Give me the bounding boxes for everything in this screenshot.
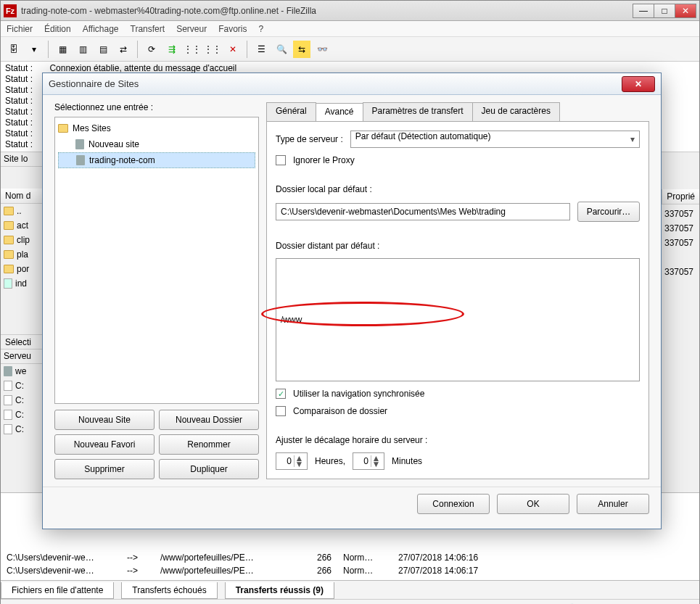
filter-icon[interactable]: ☰ [252,41,270,58]
menu-affichage[interactable]: Affichage [83,24,119,34]
local-dir-input[interactable] [276,203,570,220]
delete-button[interactable]: Supprimer [54,459,155,479]
sync-browse-icon[interactable]: 👓 [313,41,331,58]
tab-charset[interactable]: Jeu de caractères [472,102,560,121]
tab-failed[interactable]: Transferts échoués [121,582,217,599]
hours-label: Heures, [315,456,345,466]
duplicate-button[interactable]: Dupliquer [159,459,259,479]
menu-favoris[interactable]: Favoris [218,24,247,34]
file-icon [4,410,12,420]
queue-row[interactable]: C:\Users\devenir-we… --> /www/portefeuil… [1,564,699,577]
folder-icon [58,124,68,133]
list-item[interactable]: por [1,262,44,276]
list-item[interactable]: ind [1,276,44,291]
process-queue-icon[interactable]: ⇶ [163,41,181,58]
tree-entry-trading[interactable]: trading-note-com [58,152,255,168]
reconnect-icon[interactable]: ✕ [224,41,242,58]
menu-edition[interactable]: Édition [44,24,71,34]
file-icon [4,424,12,434]
minutes-label: Minutes [392,456,422,466]
sync-nav-checkbox[interactable] [276,389,286,399]
dialog-titlebar: Gestionnaire de Sites ✕ [43,73,661,95]
ignore-proxy-label: Ignorer le Proxy [293,155,355,165]
connect-button[interactable]: Connexion [417,494,490,514]
local-site-label: Site lo [1,152,44,167]
search-icon[interactable]: 🔍 [273,41,290,58]
list-item[interactable]: C: [1,422,44,437]
tab-advanced[interactable]: Avancé [316,103,363,122]
refresh-icon[interactable]: ⟳ [143,41,160,58]
dialog-close-button[interactable]: ✕ [622,76,655,92]
tab-success[interactable]: Transferts réussis (9) [225,582,334,599]
ok-button[interactable]: OK [497,494,569,514]
select-entry-label: Sélectionnez une entrée : [54,102,259,112]
remote-dir-label: Dossier distant par défaut : [276,241,640,251]
folder-icon [4,207,14,215]
cancel-button[interactable]: Annuler [577,494,649,514]
queue-tabs: Fichiers en file d'attente Transferts éc… [1,580,699,599]
disconnect-icon[interactable]: ⋮⋮ [204,41,221,58]
menubar: Fichier Édition Affichage Transfert Serv… [1,21,699,37]
list-item[interactable]: we [1,364,44,378]
server-icon [4,366,12,376]
compare-checkbox[interactable] [276,406,286,416]
list-item[interactable]: C: [1,378,44,393]
list-item[interactable]: pla [1,247,44,262]
menu-serveur[interactable]: Serveur [176,24,207,34]
tab-transfer-settings[interactable]: Paramètres de transfert [363,102,473,121]
new-folder-button[interactable]: Nouveau Dossier [159,410,259,430]
selection-label: Sélecti [1,334,44,349]
statusbar: 🔒 ◉ File d'attente : vide ● ● [1,599,699,604]
minutes-spinner[interactable]: ▲▼ [353,452,384,470]
toggle-local-icon[interactable]: ▥ [74,41,91,58]
remote-dir-input[interactable] [276,258,640,381]
list-item[interactable]: C: [1,393,44,408]
hours-spinner[interactable]: ▲▼ [276,452,308,470]
local-col-name[interactable]: Nom d [1,189,44,204]
cancel-icon[interactable]: ⋮⋮ [184,41,201,58]
maximize-button[interactable]: □ [654,4,675,18]
server-label: Serveu [1,349,44,364]
offset-label: Ajuster le décalage horaire du serveur : [276,435,640,445]
server-type-label: Type de serveur : [276,134,343,144]
server-type-combo[interactable]: Par défaut (Détection automatique) [350,131,640,148]
list-item[interactable]: .. [1,204,44,218]
list-item[interactable]: C: [1,408,44,422]
app-logo-icon: Fz [4,4,17,17]
compare-icon[interactable]: ⇆ [293,41,310,58]
ignore-proxy-checkbox[interactable] [276,155,286,165]
toggle-log-icon[interactable]: ▦ [54,41,71,58]
toolbar: 🗄 ▾ ▦ ▥ ▤ ⇄ ⟳ ⇶ ⋮⋮ ⋮⋮ ✕ ☰ 🔍 ⇆ 👓 [1,37,699,62]
menu-fichier[interactable]: Fichier [7,24,33,34]
tab-queue-files[interactable]: Fichiers en file d'attente [1,582,114,599]
site-manager-icon[interactable]: 🗄 [5,41,22,58]
menu-transfert[interactable]: Transfert [131,24,165,34]
remote-col-prop[interactable]: Proprié [662,189,699,204]
queue-row[interactable]: C:\Users\devenir-we… --> /www/portefeuil… [1,551,699,564]
new-bookmark-button[interactable]: Nouveau Favori [54,434,155,455]
local-dir-label: Dossier local par défaut : [276,184,640,194]
minimize-button[interactable]: — [633,4,654,18]
local-pane: Site lo Nom d .. act clip pla por ind Sé… [1,152,44,492]
new-site-button[interactable]: Nouveau Site [54,410,155,430]
file-icon [4,381,12,391]
rename-button[interactable]: Renommer [159,434,259,455]
list-item[interactable]: clip [1,233,44,247]
dialog-title: Gestionnaire de Sites [49,78,622,89]
toggle-queue-icon[interactable]: ⇄ [115,41,132,58]
compare-label: Comparaison de dossier [293,406,387,416]
site-manager-dialog: Gestionnaire de Sites ✕ Sélectionnez une… [42,73,662,529]
toggle-remote-icon[interactable]: ▤ [94,41,112,58]
list-item[interactable]: act [1,218,44,233]
dropdown-icon[interactable]: ▾ [25,41,43,58]
menu-help[interactable]: ? [259,24,264,34]
folder-icon [4,221,14,230]
close-button[interactable]: ✕ [675,4,696,18]
main-titlebar: Fz trading-note-com - webmaster%40tradin… [1,1,699,21]
tree-entry-new[interactable]: Nouveau site [58,136,255,152]
sites-tree[interactable]: Mes Sites Nouveau site trading-note-com [54,117,259,404]
tree-root[interactable]: Mes Sites [58,120,255,136]
server-icon [76,155,85,165]
browse-button[interactable]: Parcourir… [577,202,640,222]
tab-general[interactable]: Général [266,102,316,121]
